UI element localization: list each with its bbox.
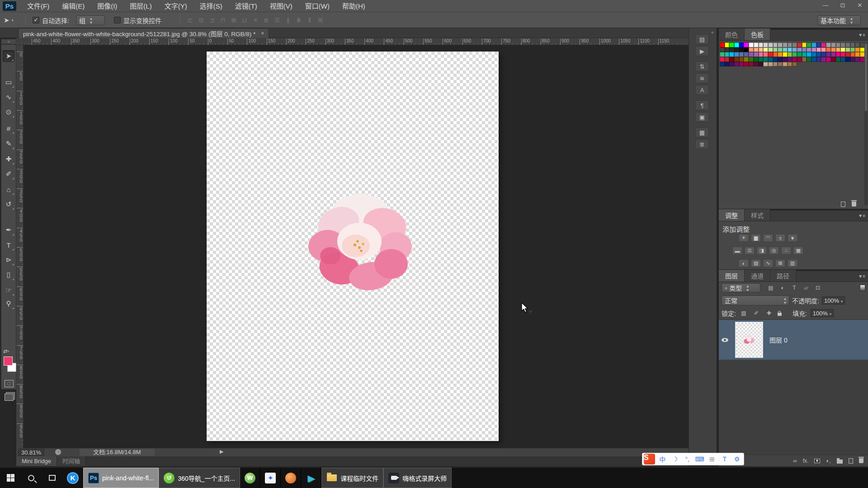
ime-dict-icon[interactable]: ⊞ <box>707 454 717 464</box>
filter-type-layers-icon[interactable]: T <box>790 285 798 291</box>
color-swatch[interactable] <box>816 57 821 62</box>
color-swatch[interactable] <box>792 47 797 52</box>
color-lookup-icon[interactable]: ▦ <box>793 247 803 254</box>
color-swatch[interactable] <box>729 52 734 57</box>
ime-keyboard-icon[interactable]: ⌨ <box>694 454 705 464</box>
photo-filter-icon[interactable]: ◎ <box>769 247 779 254</box>
color-swatch[interactable] <box>821 47 826 52</box>
color-swatch[interactable] <box>749 57 754 62</box>
align-icon[interactable]: ☰ <box>272 15 282 25</box>
color-swatch[interactable] <box>845 57 850 62</box>
color-swatch[interactable] <box>725 62 730 67</box>
color-swatch[interactable] <box>754 62 759 67</box>
color-swatch[interactable] <box>720 47 725 52</box>
color-swatch[interactable] <box>836 42 841 47</box>
lock-pixels-icon[interactable]: ✐ <box>752 310 760 316</box>
layer-filter-dropdown[interactable]: ⌕ 类型▴▾ <box>722 283 760 292</box>
color-swatch[interactable] <box>739 57 744 62</box>
ime-moon-icon[interactable]: ☽ <box>670 454 680 464</box>
color-swatch[interactable] <box>725 42 730 47</box>
color-swatch[interactable] <box>763 47 768 52</box>
restore-button[interactable]: ⊡ <box>837 1 848 10</box>
color-swatch[interactable] <box>778 47 783 52</box>
ime-tools-icon[interactable]: ⚙ <box>731 454 742 464</box>
layer-thumbnail[interactable] <box>735 322 763 358</box>
filter-smart-objects-icon[interactable]: ⊡ <box>814 285 822 291</box>
color-swatch[interactable] <box>763 62 768 67</box>
brush-panel-icon[interactable]: ≋ <box>695 73 709 83</box>
color-swatch[interactable] <box>807 47 811 52</box>
color-swatch[interactable] <box>831 42 836 47</box>
color-swatch[interactable] <box>836 52 841 57</box>
color-swatch[interactable] <box>759 47 764 52</box>
task-thunder[interactable]: ✦ <box>260 468 281 488</box>
auto-select-dropdown[interactable]: 组▴▾ <box>76 15 105 25</box>
color-swatch[interactable] <box>845 47 850 52</box>
lasso-tool[interactable]: ∿ <box>3 91 14 103</box>
notes-panel-icon[interactable]: ≣ <box>695 139 709 149</box>
invert-icon[interactable]: ◐ <box>739 259 749 267</box>
curves-icon[interactable]: ◠ <box>763 234 773 242</box>
type-tool[interactable]: T <box>3 239 14 251</box>
new-adjustment-layer-icon[interactable]: ◐, <box>826 458 831 464</box>
paragraph-panel-icon[interactable]: ¶ <box>695 100 709 110</box>
character-panel-icon[interactable]: A <box>695 85 709 95</box>
color-swatch[interactable] <box>845 52 850 57</box>
task-course-folder[interactable]: 课程临时文件 <box>321 468 383 488</box>
color-swatch[interactable] <box>855 47 860 52</box>
toolbar-collapse-button[interactable]: » <box>1 39 16 44</box>
color-swatch[interactable] <box>788 62 793 67</box>
color-swatch[interactable] <box>749 47 754 52</box>
pen-tool[interactable]: ✒ <box>3 224 14 236</box>
tool-presets-panel-icon[interactable]: ⇅ <box>695 61 709 71</box>
status-arrow-icon[interactable]: ▶ <box>220 449 223 455</box>
color-swatch[interactable] <box>778 62 783 67</box>
color-swatch[interactable] <box>768 47 773 52</box>
clone-source-panel-icon[interactable]: ▣ <box>695 112 709 122</box>
channel-mixer-icon[interactable]: ∴ <box>781 247 791 254</box>
color-swatch[interactable] <box>768 52 773 57</box>
lock-transparent-icon[interactable]: ▨ <box>740 310 748 316</box>
layer-visibility-toggle[interactable] <box>719 320 731 360</box>
color-swatch[interactable] <box>788 52 793 57</box>
color-swatch[interactable] <box>792 42 797 47</box>
threshold-icon[interactable]: ∿ <box>763 259 773 267</box>
color-swatch[interactable] <box>850 42 855 47</box>
task-photoshop[interactable]: Ps pink-and-white-fl... <box>83 468 159 488</box>
task-view-button[interactable] <box>42 468 62 488</box>
tab-通道[interactable]: 通道 <box>745 270 770 282</box>
color-swatch[interactable] <box>754 42 759 47</box>
color-swatch[interactable] <box>720 42 725 47</box>
color-swatch[interactable] <box>729 57 734 62</box>
task-360-browser[interactable]: ↺ 360导航_一个主页... <box>159 468 240 488</box>
history-panel-icon[interactable]: ▤ <box>695 34 709 44</box>
align-icon[interactable]: ∥ <box>283 15 293 25</box>
color-swatch[interactable] <box>802 47 807 52</box>
color-swatch[interactable] <box>783 42 788 47</box>
menu-item[interactable]: 选择(S) <box>193 0 229 12</box>
new-group-icon[interactable] <box>837 460 843 464</box>
sogou-logo-icon[interactable]: S <box>644 454 655 465</box>
swap-colors-icon[interactable]: ⇄▫ <box>3 348 9 354</box>
color-swatch[interactable] <box>759 42 764 47</box>
black-white-icon[interactable]: ◨ <box>757 247 767 254</box>
auto-select-checkbox[interactable]: ✓ <box>33 17 39 23</box>
color-swatch[interactable] <box>783 57 788 62</box>
ime-cn-mode-icon[interactable]: 中 <box>657 454 668 464</box>
posterize-icon[interactable]: ▨ <box>751 259 761 267</box>
color-swatch[interactable] <box>725 52 730 57</box>
document-tab[interactable]: pink-and-white-flower-with-white-backgro… <box>18 28 269 38</box>
color-swatch[interactable] <box>826 57 831 62</box>
color-swatch[interactable] <box>763 52 768 57</box>
color-swatch[interactable] <box>831 57 836 62</box>
layer-row[interactable]: 图层 0 <box>719 320 868 360</box>
color-swatch[interactable] <box>783 47 788 52</box>
align-icon[interactable]: ⋕ <box>294 15 304 25</box>
color-swatch[interactable] <box>807 42 811 47</box>
color-swatch[interactable] <box>734 62 739 67</box>
color-swatch[interactable] <box>729 42 734 47</box>
color-swatch[interactable] <box>734 52 739 57</box>
eyedropper-tool[interactable]: ✎ <box>3 138 14 150</box>
panel-menu-icon[interactable]: ▼≡ <box>858 213 865 218</box>
color-swatch[interactable] <box>840 47 845 52</box>
